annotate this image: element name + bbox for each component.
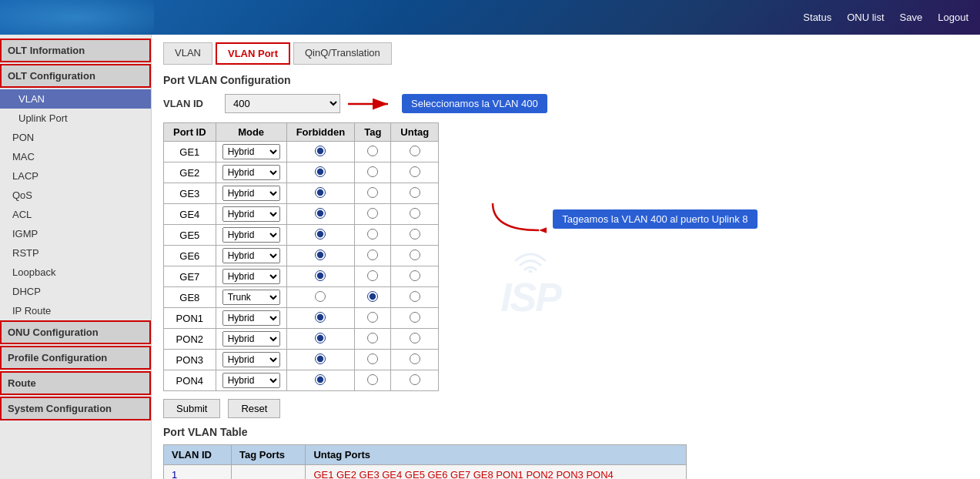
sidebar-onu-config[interactable]: ONU Configuration bbox=[0, 320, 151, 344]
sidebar-item-dhcp[interactable]: DHCP bbox=[0, 282, 151, 301]
untag-radio[interactable] bbox=[410, 166, 420, 177]
sidebar-item-loopback[interactable]: Loopback bbox=[0, 263, 151, 282]
col-port-id: Port ID bbox=[164, 123, 216, 142]
summary-col-vlan-id: VLAN ID bbox=[164, 445, 232, 465]
mode-select[interactable]: HybridTrunkAccess bbox=[222, 165, 280, 180]
mode-select[interactable]: HybridTrunkAccess bbox=[222, 248, 280, 263]
forbidden-radio[interactable] bbox=[315, 312, 326, 323]
sidebar-item-igmp[interactable]: IGMP bbox=[0, 224, 151, 243]
reset-button[interactable]: Reset bbox=[228, 399, 280, 418]
forbidden-radio[interactable] bbox=[315, 333, 326, 343]
sidebar-item-ip-route[interactable]: IP Route bbox=[0, 301, 151, 320]
tab-vlan-port[interactable]: VLAN Port bbox=[216, 42, 290, 65]
tag-radio[interactable] bbox=[367, 333, 378, 343]
table-row: GE3HybridTrunkAccess bbox=[164, 183, 439, 204]
tag-radio[interactable] bbox=[367, 312, 378, 323]
col-mode: Mode bbox=[216, 123, 286, 142]
tab-qinq[interactable]: QinQ/Translation bbox=[293, 42, 392, 65]
tag-radio[interactable] bbox=[367, 291, 378, 302]
untag-radio[interactable] bbox=[410, 250, 420, 260]
mode-select[interactable]: HybridTrunkAccess bbox=[222, 227, 280, 243]
table-row: PON1HybridTrunkAccess bbox=[164, 308, 439, 329]
sidebar-item-lacp[interactable]: LACP bbox=[0, 166, 151, 186]
annotation2-area: Tageamos la VLAN 400 al puerto Uplink 8 bbox=[485, 199, 757, 238]
logout-link[interactable]: Logout bbox=[938, 12, 968, 23]
tag-radio[interactable] bbox=[367, 166, 378, 177]
port-vlan-config-title: Port VLAN Configuration bbox=[163, 74, 968, 86]
port-id-cell: GE1 bbox=[164, 142, 216, 162]
untag-radio[interactable] bbox=[410, 353, 420, 364]
sidebar-item-qos[interactable]: QoS bbox=[0, 186, 151, 205]
tag-radio[interactable] bbox=[367, 146, 378, 156]
sidebar-olt-config[interactable]: OLT Configuration bbox=[0, 64, 151, 88]
list-item: 1GE1 GE2 GE3 GE4 GE5 GE6 GE7 GE8 PON1 PO… bbox=[164, 465, 687, 480]
mode-select[interactable]: HybridTrunkAccess bbox=[222, 186, 280, 201]
forbidden-radio[interactable] bbox=[315, 229, 326, 240]
tag-radio[interactable] bbox=[367, 208, 378, 219]
untag-radio[interactable] bbox=[410, 270, 420, 281]
sidebar-profile-config[interactable]: Profile Configuration bbox=[0, 346, 151, 370]
untag-radio[interactable] bbox=[410, 146, 420, 156]
untag-radio[interactable] bbox=[410, 208, 420, 219]
sidebar-item-acl[interactable]: ACL bbox=[0, 205, 151, 224]
port-id-cell: PON2 bbox=[164, 329, 216, 350]
sidebar-item-mac[interactable]: MAC bbox=[0, 147, 151, 166]
config-area: Port ID Mode Forbidden Tag Untag GE1Hybr… bbox=[163, 122, 968, 418]
mode-select[interactable]: HybridTrunkAccess bbox=[222, 310, 280, 326]
table-row: GE1HybridTrunkAccess bbox=[164, 142, 439, 162]
onu-list-link[interactable]: ONU list bbox=[847, 12, 884, 23]
save-link[interactable]: Save bbox=[900, 12, 923, 23]
annotation-tag-vlan: Tageamos la VLAN 400 al puerto Uplink 8 bbox=[553, 209, 757, 229]
tag-radio[interactable] bbox=[367, 270, 378, 281]
tag-radio[interactable] bbox=[367, 353, 378, 364]
forbidden-radio[interactable] bbox=[315, 291, 326, 302]
untag-radio[interactable] bbox=[410, 312, 420, 323]
sidebar-item-vlan[interactable]: VLAN bbox=[0, 89, 151, 109]
vlan-id-label: VLAN ID bbox=[163, 98, 217, 109]
untag-radio[interactable] bbox=[410, 291, 420, 302]
tag-radio[interactable] bbox=[367, 229, 378, 240]
table-row: GE8HybridTrunkAccess bbox=[164, 287, 439, 308]
table-row: GE7HybridTrunkAccess bbox=[164, 266, 439, 287]
port-id-cell: GE8 bbox=[164, 287, 216, 308]
forbidden-radio[interactable] bbox=[315, 374, 326, 385]
vlan-table-title: Port VLAN Table bbox=[163, 426, 968, 438]
forbidden-radio[interactable] bbox=[315, 146, 326, 156]
port-id-cell: PON3 bbox=[164, 350, 216, 370]
forbidden-radio[interactable] bbox=[315, 270, 326, 281]
mode-select[interactable]: HybridTrunkAccess bbox=[222, 331, 280, 347]
sidebar-route[interactable]: Route bbox=[0, 371, 151, 395]
vlan-id-select[interactable]: 400 1 500 bbox=[225, 94, 340, 113]
vlan-id-row: VLAN ID 400 1 500 Seleccionamos la VLAN … bbox=[163, 94, 968, 113]
untag-radio[interactable] bbox=[410, 229, 420, 240]
sidebar-item-uplink-port[interactable]: Uplink Port bbox=[0, 109, 151, 128]
forbidden-radio[interactable] bbox=[315, 166, 326, 177]
summary-untag-ports: GE1 GE2 GE3 GE4 GE5 GE6 GE7 GE8 PON1 PON… bbox=[306, 465, 687, 480]
forbidden-radio[interactable] bbox=[315, 187, 326, 198]
mode-select[interactable]: HybridTrunkAccess bbox=[222, 206, 280, 222]
forbidden-radio[interactable] bbox=[315, 353, 326, 364]
forbidden-radio[interactable] bbox=[315, 250, 326, 260]
forbidden-radio[interactable] bbox=[315, 208, 326, 219]
sidebar-item-pon[interactable]: PON bbox=[0, 128, 151, 147]
mode-select[interactable]: HybridTrunkAccess bbox=[222, 269, 280, 284]
vlan-summary-table: VLAN ID Tag Ports Untag Ports 1GE1 GE2 G… bbox=[163, 444, 687, 479]
sidebar-item-rstp[interactable]: RSTP bbox=[0, 243, 151, 263]
port-id-cell: PON1 bbox=[164, 308, 216, 329]
sidebar-olt-info[interactable]: OLT Information bbox=[0, 39, 151, 62]
tag-radio[interactable] bbox=[367, 374, 378, 385]
untag-radio[interactable] bbox=[410, 333, 420, 343]
mode-select[interactable]: HybridTrunkAccess bbox=[222, 373, 280, 388]
annotation-vlan-select: Seleccionamos la VLAN 400 bbox=[402, 94, 547, 113]
sidebar-system-config[interactable]: System Configuration bbox=[0, 397, 151, 420]
untag-radio[interactable] bbox=[410, 187, 420, 198]
tag-radio[interactable] bbox=[367, 250, 378, 260]
submit-button[interactable]: Submit bbox=[163, 399, 220, 418]
status-link[interactable]: Status bbox=[803, 12, 831, 23]
mode-select[interactable]: HybridTrunkAccess bbox=[222, 352, 280, 367]
tab-vlan[interactable]: VLAN bbox=[163, 42, 212, 65]
untag-radio[interactable] bbox=[410, 374, 420, 385]
mode-select[interactable]: HybridTrunkAccess bbox=[222, 290, 280, 305]
mode-select[interactable]: HybridTrunkAccess bbox=[222, 144, 280, 159]
tag-radio[interactable] bbox=[367, 187, 378, 198]
